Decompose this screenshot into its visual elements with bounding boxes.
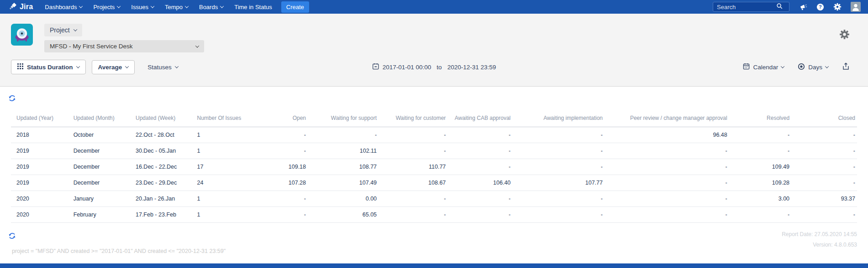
report-footer: Report Date: 27.05.2020 14:55 Version: 4… <box>0 223 868 254</box>
date-join-label: to <box>435 64 443 71</box>
table-cell: 109.28 <box>729 175 791 191</box>
table-cell: - <box>512 191 605 207</box>
table-cell: 2018 <box>11 127 72 143</box>
calendar-mode-dropdown[interactable]: Calendar <box>743 63 784 71</box>
table-cell: 1 <box>195 191 250 207</box>
table-cell: - <box>605 191 729 207</box>
table-cell: - <box>791 175 857 191</box>
table-cell: 2019 <box>11 143 72 159</box>
column-header: Open <box>251 112 308 127</box>
table-cell: 23.Dec - 29.Dec <box>134 175 195 191</box>
date-from-value: 2017-01-01 00:00 <box>383 64 431 71</box>
search-input[interactable] <box>717 4 776 10</box>
table-cell: 107.28 <box>251 175 308 191</box>
help-icon[interactable]: ? <box>816 3 824 11</box>
metric-label: Average <box>98 64 122 71</box>
table-cell: 2020 <box>11 207 72 223</box>
refresh-icon[interactable] <box>8 94 16 104</box>
table-row: 2020January20.Jan - 26.Jan1-0.00----3.00… <box>11 191 857 207</box>
navbar-icon-group: ? <box>800 2 861 12</box>
chevron-down-icon <box>220 4 224 8</box>
svg-text:?: ? <box>819 4 821 10</box>
column-header: Awaiting implementation <box>512 112 605 127</box>
report-header-band: Project MFSD - My First Service Desk <box>0 14 868 87</box>
date-range-picker[interactable]: 2017-01-01 00:00 to 2020-12-31 23:59 <box>372 63 496 71</box>
scope-selector[interactable]: Project <box>44 24 82 36</box>
metric-button[interactable]: Average <box>92 60 135 74</box>
table-cell: - <box>605 159 729 175</box>
table-cell: December <box>72 143 134 159</box>
table-cell: - <box>379 143 447 159</box>
table-cell: - <box>447 127 512 143</box>
user-avatar[interactable] <box>851 2 861 12</box>
report-type-button[interactable]: Status Duration <box>11 60 86 74</box>
project-select[interactable]: MFSD - My First Service Desk <box>44 40 204 52</box>
project-avatar <box>11 24 33 46</box>
table-cell: 3.00 <box>729 191 791 207</box>
megaphone-icon[interactable] <box>800 3 807 11</box>
brand-text: Jira <box>20 3 33 11</box>
unit-dropdown[interactable]: Days <box>798 63 828 72</box>
nav-item-label: Boards <box>199 4 218 10</box>
table-header-row: Updated (Year)Updated (Month)Updated (We… <box>11 112 857 127</box>
column-header: Resolved <box>729 112 791 127</box>
status-duration-table: Updated (Year)Updated (Month)Updated (We… <box>11 112 857 223</box>
table-cell: - <box>729 127 791 143</box>
table-cell: October <box>72 127 134 143</box>
table-cell: - <box>447 143 512 159</box>
table-cell: 2019 <box>11 159 72 175</box>
nav-item-tempo[interactable]: Tempo <box>159 0 194 14</box>
statuses-dropdown[interactable]: Statuses <box>147 64 178 71</box>
project-row: Project MFSD - My First Service Desk <box>0 14 868 52</box>
table-cell: 108.67 <box>379 175 447 191</box>
nav-item-boards[interactable]: Boards <box>194 0 229 14</box>
table-cell: - <box>512 207 605 223</box>
table-row: 2019December30.Dec - 05.Jan1-102.11-----… <box>11 143 857 159</box>
column-header: Closed <box>791 112 857 127</box>
jira-logo-icon <box>9 2 17 12</box>
chevron-down-icon <box>76 64 79 68</box>
table-cell: - <box>605 175 729 191</box>
chevron-down-icon <box>117 4 121 8</box>
table-cell: 109.49 <box>729 159 791 175</box>
table-cell: 96.48 <box>605 127 729 143</box>
footer-meta: Report Date: 27.05.2020 14:55 Version: 4… <box>782 229 857 250</box>
column-header: Updated (Week) <box>134 112 195 127</box>
table-cell: 17.Feb - 23.Feb <box>134 207 195 223</box>
table-body: 2018October22.Oct - 28.Oct1-----96.48--2… <box>11 127 857 223</box>
table-cell: 20.Jan - 26.Jan <box>134 191 195 207</box>
table-cell: - <box>251 191 308 207</box>
jql-query-text: project = "MFSD" AND created >= "2017-01… <box>12 248 857 254</box>
eye-icon <box>798 63 805 72</box>
nav-item-time-in-status[interactable]: Time in Status <box>229 0 278 14</box>
table-cell: 16.Dec - 22.Dec <box>134 159 195 175</box>
table-cell: 24 <box>195 175 250 191</box>
refresh-icon[interactable] <box>8 232 16 242</box>
search-icon[interactable] <box>776 3 783 11</box>
gear-icon[interactable] <box>833 3 842 11</box>
top-navbar: Jira Dashboards Projects Issues Tempo Bo… <box>0 0 868 14</box>
column-header: Number Of Issues <box>195 112 250 127</box>
chevron-down-icon <box>79 4 83 8</box>
nav-item-projects[interactable]: Projects <box>88 0 126 14</box>
settings-gear-icon[interactable] <box>839 29 850 41</box>
navbar-search[interactable] <box>713 2 789 12</box>
report-toolbar: Status Duration Average Statuses 2017-01… <box>0 52 868 74</box>
table-row: 2020February17.Feb - 23.Feb1-65.05------ <box>11 207 857 223</box>
nav-item-label: Time in Status <box>234 4 272 10</box>
create-button[interactable]: Create <box>281 1 309 13</box>
nav-item-dashboards[interactable]: Dashboards <box>39 0 88 14</box>
export-icon[interactable] <box>842 62 850 72</box>
table-cell: - <box>729 143 791 159</box>
nav-item-issues[interactable]: Issues <box>126 0 159 14</box>
table-cell: - <box>512 143 605 159</box>
scope-label: Project <box>50 26 70 34</box>
refresh-row <box>0 87 868 104</box>
table-row: 2019December23.Dec - 29.Dec24107.28107.4… <box>11 175 857 191</box>
table-cell: - <box>447 159 512 175</box>
chevron-down-icon <box>175 64 179 68</box>
jira-logo[interactable]: Jira <box>9 2 33 12</box>
calendar-icon <box>372 63 379 71</box>
table-cell: December <box>72 175 134 191</box>
table-cell: - <box>251 127 308 143</box>
